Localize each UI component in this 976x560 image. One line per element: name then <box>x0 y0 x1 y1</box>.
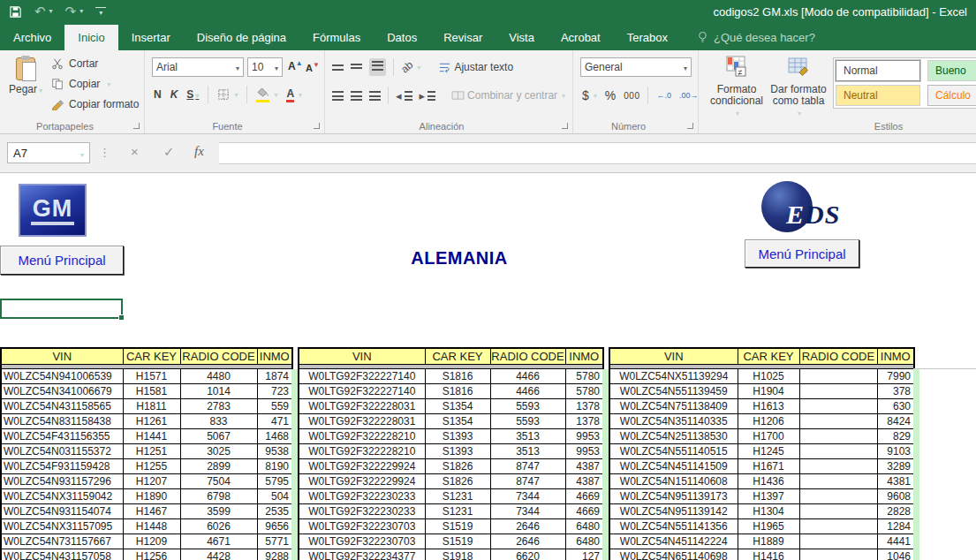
cell[interactable]: 6798 <box>180 489 257 504</box>
cell[interactable]: 8190 <box>257 459 292 474</box>
decrease-decimal-button[interactable]: .00→ <box>679 91 699 100</box>
cell[interactable]: 9656 <box>257 519 292 534</box>
tab-revisar[interactable]: Revisar <box>430 25 496 50</box>
eds-logo[interactable]: EDS <box>758 180 864 237</box>
cell[interactable]: S1393 <box>425 444 490 459</box>
currency-format-button[interactable]: $ <box>582 88 597 102</box>
cell[interactable]: W0LZC54F431156355 <box>1 429 123 444</box>
cell[interactable]: 9288 <box>257 549 292 560</box>
cell[interactable]: 4387 <box>565 474 603 489</box>
cell[interactable] <box>799 519 877 534</box>
cell[interactable]: 7990 <box>877 369 914 384</box>
cell[interactable]: S1918 <box>425 549 490 560</box>
cell[interactable]: S1816 <box>425 384 490 399</box>
cell[interactable]: W0LZC54NX51139294 <box>609 369 738 384</box>
cell[interactable]: 8747 <box>490 459 565 474</box>
cell[interactable]: 9608 <box>877 489 914 504</box>
cell[interactable]: W0LZC54N751138409 <box>609 399 738 414</box>
cell[interactable]: W0LZC54N831158438 <box>1 414 123 429</box>
cell[interactable]: W0LZC54NX31159042 <box>1 489 123 504</box>
cell[interactable]: H1448 <box>123 519 180 534</box>
font-color-button[interactable]: A <box>286 87 302 102</box>
column-header[interactable]: RADIO CODE <box>180 348 257 365</box>
cell[interactable]: W0LTG92F322229924 <box>299 459 425 474</box>
cell[interactable]: 5795 <box>257 474 292 489</box>
borders-button[interactable] <box>217 88 238 101</box>
cell[interactable]: H1613 <box>738 399 799 414</box>
cell[interactable]: 9953 <box>565 429 603 444</box>
cell[interactable]: W0LTG92F322230703 <box>299 519 425 534</box>
cell[interactable]: 2783 <box>180 399 257 414</box>
cell[interactable]: S1816 <box>425 369 490 384</box>
cell[interactable]: W0LZC54N351140335 <box>609 414 738 429</box>
align-center-icon[interactable] <box>351 91 362 101</box>
column-header[interactable]: CAR KEY <box>425 348 490 365</box>
cell[interactable]: 8747 <box>490 474 565 489</box>
tab-acrobat[interactable]: Acrobat <box>548 25 614 50</box>
cell[interactable]: 9953 <box>565 444 603 459</box>
cell[interactable]: H1025 <box>738 369 799 384</box>
cell[interactable]: S1354 <box>425 399 490 414</box>
cell[interactable]: 4671 <box>180 534 257 549</box>
cell[interactable]: W0LZC54N451142224 <box>609 534 738 549</box>
column-header[interactable]: RADIO CODE <box>490 348 565 365</box>
cell[interactable]: H1209 <box>123 534 180 549</box>
cell[interactable]: W0LZC54N931154074 <box>1 504 123 519</box>
cell[interactable]: 471 <box>257 414 292 429</box>
tab-insertar[interactable]: Insertar <box>118 25 184 50</box>
cell[interactable]: 723 <box>257 384 292 399</box>
redo-icon[interactable]: ↷ <box>65 3 84 20</box>
style-neutral[interactable]: Neutral <box>836 85 920 106</box>
selected-cell[interactable] <box>0 299 123 319</box>
cell[interactable]: H1256 <box>123 549 180 560</box>
cell[interactable]: 833 <box>180 414 257 429</box>
undo-icon[interactable]: ↶ <box>34 3 53 20</box>
increase-decimal-button[interactable]: ←.0 <box>656 91 671 100</box>
menu-principal-button-right[interactable]: Menú Principal <box>745 239 859 268</box>
cell[interactable]: W0LZC54N551140515 <box>609 444 738 459</box>
copy-button[interactable]: Copiar <box>51 78 110 90</box>
cell[interactable]: 6026 <box>180 519 257 534</box>
cell[interactable]: H1965 <box>738 519 799 534</box>
tab-diseno-de-pagina[interactable]: Diseño de página <box>184 25 299 50</box>
cell[interactable]: 5593 <box>490 399 565 414</box>
font-size-select[interactable]: 10 <box>247 57 283 77</box>
cell[interactable]: H1206 <box>738 414 799 429</box>
shrink-font-button[interactable]: A▼ <box>306 61 320 73</box>
cell[interactable]: 2899 <box>180 459 257 474</box>
cell[interactable]: 7344 <box>490 489 565 504</box>
cell[interactable]: H1255 <box>123 459 180 474</box>
cell[interactable]: 504 <box>257 489 292 504</box>
cell[interactable]: 4466 <box>490 384 565 399</box>
gm-logo[interactable]: GM <box>19 184 87 237</box>
cell[interactable]: W0LZC54NX31157095 <box>1 519 123 534</box>
cell[interactable]: W0LZC54N941006539 <box>1 369 123 384</box>
cell[interactable]: W0LZC54N451141509 <box>609 459 738 474</box>
cell[interactable]: W0LTG92F322234377 <box>299 549 425 560</box>
cell[interactable]: 4428 <box>180 549 257 560</box>
cell[interactable]: H1890 <box>123 489 180 504</box>
italic-button[interactable]: K <box>170 88 178 101</box>
cell[interactable]: 3513 <box>490 429 565 444</box>
orientation-button[interactable]: ab <box>401 61 420 73</box>
percent-format-button[interactable]: % <box>605 88 616 102</box>
bold-button[interactable]: N <box>154 88 162 101</box>
column-header[interactable]: VIN <box>1 348 123 365</box>
name-box-dropdown-icon[interactable] <box>79 147 84 160</box>
cell[interactable] <box>799 369 877 384</box>
cell[interactable]: 559 <box>257 399 292 414</box>
cell[interactable]: S1826 <box>425 459 490 474</box>
cell[interactable]: W0LZC54N951139142 <box>609 504 738 519</box>
tab-vista[interactable]: Vista <box>496 25 548 50</box>
cell[interactable]: 2646 <box>490 534 565 549</box>
cell[interactable] <box>799 444 877 459</box>
cell[interactable]: 4466 <box>490 369 565 384</box>
cell[interactable]: H1467 <box>123 504 180 519</box>
cell[interactable]: H1811 <box>123 399 180 414</box>
cell[interactable]: H1441 <box>123 429 180 444</box>
save-icon[interactable] <box>9 5 22 19</box>
cell[interactable] <box>799 459 877 474</box>
paste-button[interactable]: Pegar <box>5 56 46 121</box>
alignment-dialog-launcher[interactable] <box>562 123 568 129</box>
cell[interactable]: 3025 <box>180 444 257 459</box>
